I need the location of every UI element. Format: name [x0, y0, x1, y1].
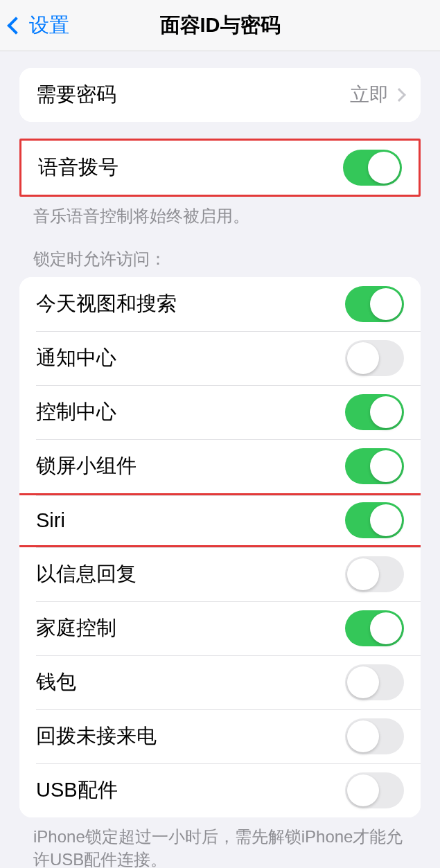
locked-access-toggle[interactable]	[345, 340, 404, 376]
toggle-knob	[347, 342, 379, 374]
toggle-knob	[347, 774, 379, 806]
locked-access-toggle[interactable]	[345, 556, 404, 592]
locked-access-toggle[interactable]	[345, 610, 404, 646]
locked-access-toggle[interactable]	[345, 502, 404, 538]
back-label: 设置	[29, 12, 69, 39]
toggle-knob	[370, 504, 402, 536]
back-button[interactable]: 设置	[0, 12, 69, 39]
locked-access-group: 今天视图和搜索通知中心控制中心锁屏小组件Siri以信息回复家庭控制钱包回拨未接来…	[19, 277, 421, 817]
locked-access-row: 通知中心	[19, 331, 421, 385]
locked-access-label: 通知中心	[36, 344, 345, 372]
nav-bar: 设置 面容ID与密码	[0, 0, 440, 51]
toggle-knob	[370, 396, 402, 428]
locked-access-label: USB配件	[36, 777, 345, 804]
voice-dial-label: 语音拨号	[38, 154, 343, 181]
locked-access-toggle[interactable]	[345, 772, 404, 808]
locked-access-label: 钱包	[36, 668, 345, 696]
toggle-knob	[368, 152, 400, 184]
toggle-knob	[370, 450, 402, 482]
voice-dial-toggle[interactable]	[343, 150, 402, 186]
require-passcode-value: 立即	[350, 82, 389, 108]
locked-access-label: 家庭控制	[36, 614, 345, 642]
locked-access-footer: iPhone锁定超过一小时后，需先解锁iPhone才能允许USB配件连接。	[0, 817, 440, 868]
voice-dial-footer: 音乐语音控制将始终被启用。	[0, 197, 440, 227]
locked-access-row: 钱包	[19, 655, 421, 709]
locked-access-row: 回拨未接来电	[19, 709, 421, 763]
locked-access-label: Siri	[36, 509, 345, 532]
locked-access-row: 控制中心	[19, 385, 421, 439]
locked-access-row: USB配件	[19, 763, 421, 817]
toggle-knob	[370, 612, 402, 644]
toggle-knob	[347, 666, 379, 698]
toggle-knob	[370, 288, 402, 320]
toggle-knob	[347, 558, 379, 590]
locked-access-label: 今天视图和搜索	[36, 290, 345, 318]
locked-access-label: 以信息回复	[36, 560, 345, 588]
chevron-right-icon	[392, 88, 406, 102]
locked-access-label: 锁屏小组件	[36, 452, 345, 480]
locked-access-toggle[interactable]	[345, 394, 404, 430]
locked-access-header: 锁定时允许访问：	[0, 227, 440, 277]
voice-dial-group: 语音拨号	[19, 139, 421, 197]
locked-access-toggle[interactable]	[345, 664, 404, 700]
locked-access-row: 以信息回复	[19, 547, 421, 601]
locked-access-row: 今天视图和搜索	[19, 277, 421, 331]
require-passcode-row[interactable]: 需要密码 立即	[19, 68, 421, 122]
locked-access-toggle[interactable]	[345, 718, 404, 754]
locked-access-label: 回拨未接来电	[36, 723, 345, 750]
require-passcode-group: 需要密码 立即	[19, 68, 421, 122]
page-title: 面容ID与密码	[160, 12, 281, 39]
locked-access-label: 控制中心	[36, 398, 345, 426]
locked-access-row: 锁屏小组件	[19, 439, 421, 493]
locked-access-toggle[interactable]	[345, 448, 404, 484]
toggle-knob	[347, 720, 379, 752]
locked-access-toggle[interactable]	[345, 286, 404, 322]
voice-dial-row: 语音拨号	[21, 141, 419, 195]
locked-access-row: 家庭控制	[19, 601, 421, 655]
require-passcode-label: 需要密码	[36, 81, 350, 109]
locked-access-row: Siri	[19, 493, 421, 547]
chevron-left-icon	[7, 17, 24, 34]
